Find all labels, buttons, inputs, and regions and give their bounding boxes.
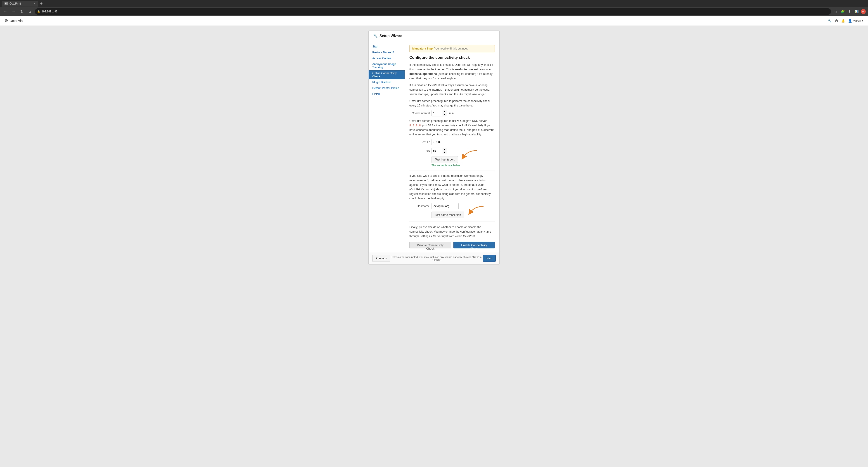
profile-circle[interactable]: M	[861, 9, 866, 14]
previous-button[interactable]: Previous	[372, 255, 390, 262]
browser-chrome: O OctoPrint ✕ + ← → ↻ ⌂ 🔒 192.168.1.93 ☆…	[0, 0, 868, 16]
wizard-sidebar: Start Restore Backup? Access Control Ano…	[369, 41, 405, 252]
mandatory-banner: Mandatory Step! You need to fill this ou…	[409, 45, 495, 52]
wizard-main: Mandatory Step! You need to fill this ou…	[405, 41, 499, 252]
check-interval-unit: min	[449, 112, 454, 115]
settings-icon[interactable]: 🔧	[828, 19, 832, 23]
tab-label: OctoPrint	[9, 2, 21, 5]
test-name-resolution-button[interactable]: Test name resolution	[432, 212, 464, 218]
port-spinner-down[interactable]: ▼	[443, 151, 446, 154]
sidebar-item-online-connectivity[interactable]: Online Connectivity Check	[369, 70, 405, 79]
para6: Finally, please decide on whether to ena…	[409, 225, 495, 239]
port-row: Port ▲ ▼	[409, 148, 495, 154]
host-ip-input[interactable]	[432, 139, 456, 145]
footer-note: Unless otherwise noted, you may just ski…	[390, 256, 483, 261]
para5: If you also want to check if name resolu…	[409, 174, 495, 201]
download-icon[interactable]: ⬇	[847, 9, 852, 14]
section-divider-1	[409, 170, 495, 170]
bookmark-icon[interactable]: ☆	[833, 9, 839, 14]
section-title: Configure the connectivity check	[409, 55, 495, 60]
extensions-icon[interactable]: 🧩	[839, 9, 846, 14]
history-icon[interactable]: 📊	[853, 9, 860, 14]
check-interval-input[interactable]	[432, 110, 443, 116]
port-spinner[interactable]: ▲ ▼	[432, 148, 446, 154]
home-button[interactable]: ⌂	[27, 8, 33, 15]
reload-button[interactable]: ↻	[19, 8, 25, 15]
hostname-label: Hostname	[409, 205, 430, 208]
wizard-footer: Previous Unless otherwise noted, you may…	[369, 252, 499, 264]
para2: If it is disabled OctoPrint will always …	[409, 83, 495, 96]
wizard-title: Setup Wizard	[379, 34, 402, 38]
notification-icon[interactable]: 🔔	[841, 19, 845, 23]
hostname-input[interactable]	[432, 203, 459, 209]
arrow-annotation-2	[463, 205, 486, 216]
app-logo-text: OctoPrint	[9, 19, 24, 23]
address-bar[interactable]: 🔒 192.168.1.93	[35, 8, 831, 15]
active-tab[interactable]: O OctoPrint ✕	[2, 1, 38, 6]
port-spinner-arrows: ▲ ▼	[443, 148, 446, 154]
host-ip-label: Host IP	[409, 141, 430, 144]
check-interval-label: Check interval	[409, 112, 430, 115]
para1: If the connectivity check is enabled, Oc…	[409, 63, 495, 81]
sidebar-item-start[interactable]: Start	[369, 43, 405, 50]
sidebar-item-anonymous-usage[interactable]: Anonymous Usage Tracking	[369, 61, 405, 70]
port-input[interactable]	[432, 148, 443, 154]
spinner-down[interactable]: ▼	[443, 113, 446, 116]
power-icon[interactable]: ⏻	[835, 19, 838, 23]
tab-bar: O OctoPrint ✕ +	[0, 0, 868, 7]
tab-favicon: O	[4, 2, 8, 5]
check-interval-spinner[interactable]: ▲ ▼	[432, 110, 446, 116]
browser-actions: ☆ 🧩 ⬇ 📊 M	[833, 9, 866, 14]
page-content: 🔧 Setup Wizard Start Restore Backup? Acc…	[0, 26, 868, 467]
port-spinner-up[interactable]: ▲	[443, 148, 446, 151]
user-icon: 👤	[848, 19, 852, 23]
user-menu-chevron: ▾	[862, 19, 864, 22]
action-buttons-row: Disable Connectivity Check Enable Connec…	[409, 242, 495, 248]
tab-close-button[interactable]: ✕	[33, 2, 35, 5]
mandatory-rest: You need to fill this out now.	[434, 47, 468, 50]
sidebar-item-finish[interactable]: Finish	[369, 91, 405, 97]
para4-pre: OctoPrint comes preconfigured to utilize…	[409, 119, 487, 123]
para4: OctoPrint comes preconfigured to utilize…	[409, 119, 495, 137]
wizard-header: 🔧 Setup Wizard	[369, 31, 499, 41]
back-button[interactable]: ←	[2, 8, 8, 15]
test-host-port-button[interactable]: Test host & port	[432, 156, 458, 163]
wizard-panel: 🔧 Setup Wizard Start Restore Backup? Acc…	[368, 30, 500, 265]
enable-connectivity-button[interactable]: Enable Connectivity Check	[454, 242, 495, 248]
next-button[interactable]: Next	[483, 255, 496, 262]
sidebar-item-restore-backup[interactable]: Restore Backup?	[369, 50, 405, 55]
para4-post: , port 53 for the connectivity check (if…	[409, 124, 494, 136]
section-divider-2	[409, 221, 495, 222]
app-bar-right: 🔧 ⏻ 🔔 👤 Martin ▾	[828, 19, 864, 23]
nav-bar: ← → ↻ ⌂ 🔒 192.168.1.93 ☆ 🧩 ⬇ 📊 M	[0, 7, 868, 16]
user-name: Martin	[853, 19, 861, 22]
server-reachable-text: The server is reachable	[432, 164, 495, 167]
dns-highlight: 8.8.8.8	[409, 124, 421, 127]
logo-icon: ⚙	[4, 18, 8, 23]
address-text: 192.168.1.93	[41, 10, 57, 13]
sidebar-item-default-printer[interactable]: Default Printer Profile	[369, 85, 405, 91]
sidebar-item-plugin-blacklist[interactable]: Plugin Blacklist	[369, 79, 405, 85]
disable-connectivity-button[interactable]: Disable Connectivity Check	[409, 242, 451, 248]
forward-button[interactable]: →	[10, 8, 17, 15]
spinner-arrows: ▲ ▼	[443, 110, 446, 116]
lock-icon: 🔒	[37, 10, 40, 13]
host-ip-row: Host IP	[409, 139, 495, 145]
new-tab-button[interactable]: +	[39, 1, 44, 6]
user-menu[interactable]: 👤 Martin ▾	[848, 19, 864, 23]
app-bar: ⚙ OctoPrint 🔧 ⏻ 🔔 👤 Martin ▾	[0, 16, 868, 26]
wizard-body: Start Restore Backup? Access Control Ano…	[369, 41, 499, 252]
spinner-up[interactable]: ▲	[443, 110, 446, 113]
para3: OctoPrint comes preconfigured to perform…	[409, 99, 495, 108]
sidebar-item-access-control[interactable]: Access Control	[369, 55, 405, 61]
mandatory-label: Mandatory Step!	[412, 47, 434, 50]
app-logo: ⚙ OctoPrint	[4, 18, 24, 23]
wizard-title-icon: 🔧	[373, 34, 378, 38]
arrow-annotation-1	[456, 149, 479, 161]
check-interval-row: Check interval ▲ ▼ min	[409, 110, 495, 116]
port-label: Port	[409, 149, 430, 152]
